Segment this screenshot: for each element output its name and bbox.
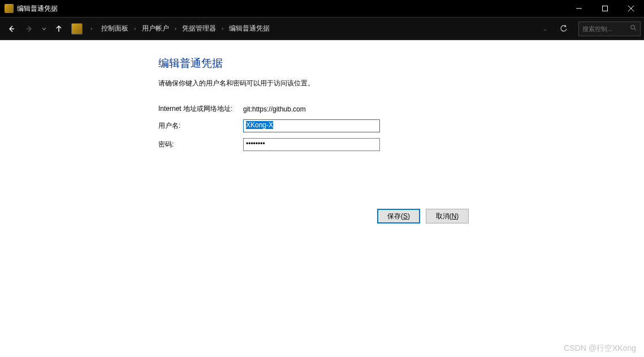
username-label: 用户名: [158, 121, 243, 131]
breadcrumb[interactable]: 控制面板 › 用户帐户 › 凭据管理器 › 编辑普通凭据 [98, 23, 535, 35]
page-description: 请确保你键入的用户名和密码可以用于访问该位置。 [158, 79, 638, 88]
search-icon[interactable] [630, 24, 637, 33]
breadcrumb-item[interactable]: 凭据管理器 [181, 23, 217, 35]
window-controls [566, 0, 644, 17]
search-box[interactable] [578, 21, 641, 36]
page-title: 编辑普通凭据 [158, 56, 638, 71]
address-value: git:https://github.com [243, 105, 306, 113]
content-area: 编辑普通凭据 请确保你键入的用户名和密码可以用于访问该位置。 Internet … [0, 40, 644, 357]
search-input[interactable] [582, 25, 630, 32]
up-button[interactable] [51, 21, 67, 37]
breadcrumb-item[interactable]: 编辑普通凭据 [228, 23, 271, 35]
chevron-right-icon: › [171, 25, 180, 32]
window-title: 编辑普通凭据 [17, 4, 566, 14]
cancel-button[interactable]: 取消(N) [426, 209, 469, 223]
save-button[interactable]: 保存(S) [377, 209, 420, 223]
minimize-button[interactable] [566, 0, 592, 17]
password-label: 密码: [158, 140, 243, 149]
svg-point-7 [631, 25, 635, 29]
password-row: 密码: •••••••• [158, 138, 638, 151]
breadcrumb-item[interactable]: 控制面板 [100, 23, 129, 35]
close-button[interactable] [618, 0, 644, 17]
address-row: Internet 地址或网络地址: git:https://github.com [158, 104, 638, 114]
forward-button[interactable] [21, 21, 37, 37]
address-icon [71, 23, 83, 35]
form-panel: 编辑普通凭据 请确保你键入的用户名和密码可以用于访问该位置。 Internet … [6, 40, 638, 351]
password-input[interactable]: •••••••• [243, 138, 380, 151]
navbar: › 控制面板 › 用户帐户 › 凭据管理器 › 编辑普通凭据 ⌵ [0, 17, 644, 40]
app-icon [5, 4, 14, 13]
breadcrumb-item[interactable]: 用户帐户 [141, 23, 170, 35]
username-row: 用户名: XKong-X [158, 119, 638, 132]
svg-line-8 [634, 29, 636, 31]
maximize-button[interactable] [592, 0, 618, 17]
titlebar: 编辑普通凭据 [0, 0, 644, 17]
button-row: 保存(S) 取消(N) [377, 209, 638, 223]
chevron-right-icon: › [218, 25, 227, 32]
address-label: Internet 地址或网络地址: [158, 104, 243, 114]
recent-dropdown[interactable] [40, 21, 49, 37]
window: 编辑普通凭据 › 控制面板 › [0, 0, 644, 357]
username-input[interactable]: XKong-X [243, 119, 380, 132]
chevron-right-icon: › [87, 25, 96, 32]
watermark: CSDN @行空XKong [564, 343, 636, 354]
address-dropdown[interactable]: ⌵ [538, 25, 552, 32]
chevron-right-icon: › [131, 25, 139, 32]
back-button[interactable] [3, 21, 19, 37]
refresh-button[interactable] [555, 21, 573, 37]
svg-rect-1 [603, 6, 608, 11]
